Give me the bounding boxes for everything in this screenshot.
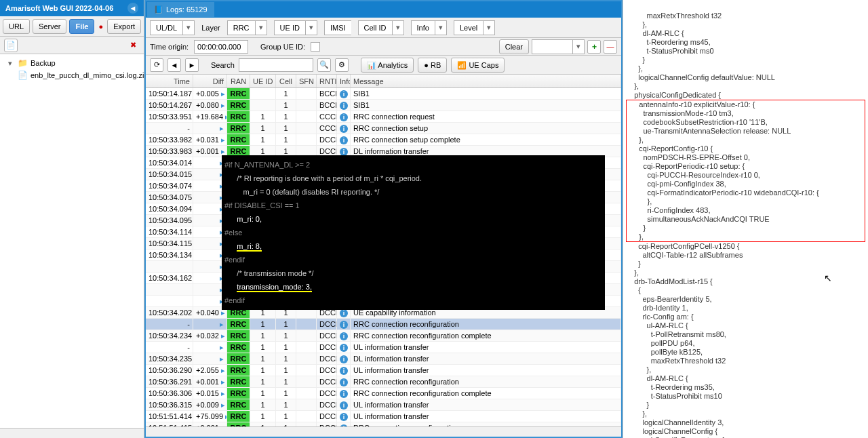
- folder-label: Backup: [31, 57, 56, 69]
- group-ueid-checkbox[interactable]: [311, 42, 320, 52]
- info-icon: [340, 378, 348, 386]
- table-row[interactable]: 10:51:51.414+75.099 ▸RRC11DCCHUL informa…: [146, 411, 621, 422]
- nav-next-icon[interactable]: ►: [185, 58, 199, 72]
- table-row[interactable]: - ▸RRC11DCCHRRC connection reconfigurati…: [146, 319, 621, 330]
- info-icon: [340, 101, 348, 109]
- info-icon: [340, 389, 348, 397]
- table-row[interactable]: 10:50:36.291+0.001 ▸RRC11DCCHRRC connect…: [146, 376, 621, 388]
- table-row[interactable]: 10:50:36.306+0.015 ▸RRC11DCCHRRC connect…: [146, 388, 621, 399]
- tab-label: Logs: 65129: [166, 5, 208, 14]
- url-button[interactable]: URL: [3, 19, 30, 34]
- tree-folder-backup[interactable]: ▾ Backup: [0, 57, 144, 69]
- tab-logs[interactable]: Logs: 65129: [147, 2, 214, 17]
- group-ueid-label: Group UE ID:: [260, 43, 305, 51]
- table-row[interactable]: 10:50:36.290+2.055 ▸RRC11DCCHUL informat…: [146, 365, 621, 376]
- info-icon: [340, 355, 348, 363]
- refresh-icon[interactable]: ⟳: [150, 58, 163, 72]
- detail-pre: maxRetxThreshold t32 }, dl-AM-RLC { t-Re…: [626, 12, 865, 100]
- table-row[interactable]: 10:50:34.234+0.032 ▸RRC11DCCHRRC connect…: [146, 330, 621, 342]
- file-label: enb_lte_pucch_dl_mimo_csi.log.zip: [31, 69, 144, 81]
- search-input[interactable]: [239, 58, 313, 72]
- info-icon: [340, 320, 348, 328]
- clear-combo[interactable]: ▾: [532, 39, 585, 54]
- info-icon: [340, 89, 348, 98]
- detail-post: cqi-ReportConfigPCell-v1250 { altCQI-Tab…: [626, 242, 865, 438]
- log-grid[interactable]: 10:50:14.187+0.005 ▸RRC1BCCHSIB110:50:14…: [146, 88, 621, 426]
- table-row[interactable]: 10:50:14.187+0.005 ▸RRC1BCCHSIB1: [146, 88, 621, 100]
- table-row[interactable]: 10:50:33.951+19.684 ▸RRC11CCCHRRC connec…: [146, 111, 621, 123]
- info-icon: [340, 147, 348, 155]
- info-combo[interactable]: Info▾: [411, 20, 447, 35]
- layer-label: Layer: [201, 24, 220, 32]
- level-combo[interactable]: Level▾: [454, 20, 495, 35]
- table-row[interactable]: 10:50:36.315+0.009 ▸RRC11DCCHUL informat…: [146, 399, 621, 411]
- uldl-combo[interactable]: UL/DL▾: [150, 20, 195, 35]
- settings-icon[interactable]: ⚙: [335, 58, 349, 72]
- tree-file-log[interactable]: enb_lte_pucch_dl_mimo_csi.log.zip: [0, 69, 144, 81]
- time-origin-input[interactable]: [194, 40, 248, 54]
- imsi-combo[interactable]: IMSI: [324, 20, 351, 35]
- doc-icon: [154, 5, 163, 14]
- rb-button[interactable]: ● RB: [418, 58, 447, 73]
- time-origin-label: Time origin:: [150, 43, 189, 51]
- binoculars-icon[interactable]: 🔍: [317, 58, 331, 72]
- delete-icon[interactable]: ✖: [126, 39, 140, 52]
- table-row[interactable]: 10:50:14.267+0.080 ▸RRC1BCCHSIB1: [146, 100, 621, 111]
- analytics-button[interactable]: 📊 Analytics: [361, 58, 414, 73]
- info-icon: [340, 113, 348, 121]
- grid-header: Time Diff RAN UE ID Cell SFN RNTI Info M…: [146, 75, 621, 88]
- ueid-combo[interactable]: UE ID▾: [274, 20, 317, 35]
- table-row[interactable]: 10:51:51.415+0.001 ▸RRC11DCCHRRC connect…: [146, 422, 621, 426]
- detail-panel[interactable]: maxRetxThreshold t32 }, dl-AM-RLC { t-Re…: [623, 0, 868, 438]
- info-icon: [340, 124, 348, 132]
- info-icon: [340, 401, 348, 409]
- file-tree: ▾ Backup enb_lte_pucch_dl_mimo_csi.log.z…: [0, 54, 144, 428]
- app-title: Amarisoft Web GUI 2022-04-06: [5, 0, 113, 16]
- file-icon: [18, 69, 28, 81]
- table-row[interactable]: 10:50:33.982+0.031 ▸RRC11DCCHRRC connect…: [146, 134, 621, 146]
- info-icon: [340, 366, 348, 374]
- nav-prev-icon[interactable]: ◄: [167, 58, 181, 72]
- clear-button[interactable]: Clear: [499, 39, 529, 54]
- code-overlay: #if N_ANTENNA_DL >= 2 /* RI reporting is…: [222, 155, 605, 310]
- table-row[interactable]: - ▸RRC11DCCHUL information transfer: [146, 342, 621, 353]
- info-icon: [340, 424, 348, 426]
- collapse-left-icon[interactable]: ◄: [127, 3, 138, 14]
- add-file-icon[interactable]: 📄: [4, 39, 18, 52]
- info-icon: [340, 412, 348, 420]
- server-button[interactable]: Server: [33, 19, 66, 34]
- table-row[interactable]: 10:50:34.235 ▸RRC11DCCHDL information tr…: [146, 353, 621, 365]
- expander-icon[interactable]: ▾: [8, 57, 15, 69]
- table-row[interactable]: - ▸RRC11CCCHRRC connection setup: [146, 123, 621, 134]
- detail-highlight-box: antennaInfo-r10 explicitValue-r10: { tra…: [626, 100, 865, 242]
- minus-icon[interactable]: —: [604, 40, 617, 54]
- layer-combo[interactable]: RRC▾: [227, 20, 267, 35]
- search-label: Search: [211, 61, 235, 69]
- file-button[interactable]: File: [69, 19, 94, 34]
- cursor-icon: ↖: [824, 274, 832, 283]
- uecaps-button[interactable]: 📶 UE Caps: [451, 58, 505, 73]
- info-icon: [340, 332, 348, 340]
- info-icon: [340, 136, 348, 144]
- warning-icon[interactable]: ●: [97, 20, 104, 33]
- plus-icon[interactable]: ＋: [587, 40, 601, 54]
- export-button[interactable]: Export: [107, 19, 141, 34]
- cellid-combo[interactable]: Cell ID▾: [358, 20, 404, 35]
- info-icon: [340, 343, 348, 351]
- folder-icon: [18, 57, 28, 69]
